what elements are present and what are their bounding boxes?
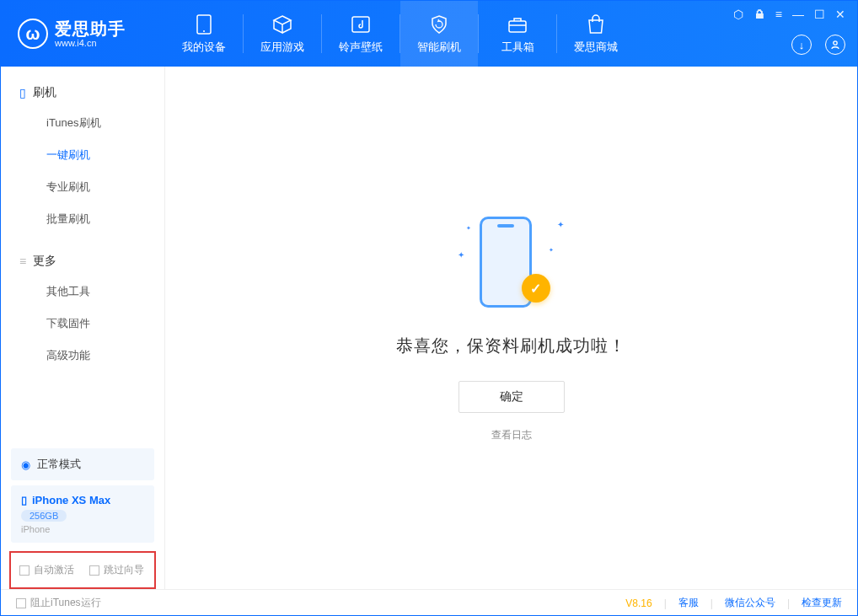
ok-button[interactable]: 确定 bbox=[458, 381, 565, 413]
sidebar-item-batch[interactable]: 批量刷机 bbox=[1, 203, 164, 235]
section-label: 更多 bbox=[33, 254, 56, 269]
nav-my-device[interactable]: 我的设备 bbox=[165, 1, 243, 67]
logo-block[interactable]: ω 爱思助手 www.i4.cn bbox=[1, 19, 165, 49]
sidebar-item-oneclick[interactable]: 一键刷机 bbox=[1, 139, 164, 171]
list-icon: ≡ bbox=[19, 254, 26, 268]
main-content: ✦ ✦ ✦ ✦ ✓ 恭喜您，保资料刷机成功啦！ 确定 查看日志 bbox=[165, 67, 857, 589]
menu-icon[interactable]: ≡ bbox=[775, 8, 782, 21]
check-update-link[interactable]: 检查更新 bbox=[802, 596, 842, 610]
sidebar-item-pro[interactable]: 专业刷机 bbox=[1, 171, 164, 203]
device-type: iPhone bbox=[21, 524, 144, 534]
success-illustration: ✦ ✦ ✦ ✦ ✓ bbox=[461, 213, 562, 314]
sparkle-icon: ✦ bbox=[557, 220, 564, 229]
app-title: 爱思助手 bbox=[55, 19, 126, 38]
device-icon bbox=[193, 13, 215, 35]
sparkle-icon: ✦ bbox=[549, 247, 554, 254]
status-dot-icon: ◉ bbox=[21, 458, 30, 471]
phone-icon: ▯ bbox=[19, 86, 26, 99]
check-badge-icon: ✓ bbox=[522, 274, 550, 303]
nav-ringtone[interactable]: 铃声壁纸 bbox=[322, 1, 400, 67]
sidebar-section-more[interactable]: ≡ 更多 bbox=[1, 247, 164, 276]
nav-toolbox[interactable]: 工具箱 bbox=[479, 1, 556, 67]
sidebar-item-itunes[interactable]: iTunes刷机 bbox=[1, 107, 164, 139]
checkbox-skip-guide[interactable]: 跳过向导 bbox=[89, 563, 144, 577]
checkbox-block-itunes[interactable]: 阻止iTunes运行 bbox=[16, 596, 101, 610]
sidebar: ▯ 刷机 iTunes刷机 一键刷机 专业刷机 批量刷机 ≡ 更多 其他工具 下… bbox=[1, 67, 165, 589]
svg-rect-3 bbox=[509, 21, 526, 32]
success-message: 恭喜您，保资料刷机成功啦！ bbox=[396, 335, 626, 357]
sidebar-item-other[interactable]: 其他工具 bbox=[1, 276, 164, 308]
checkbox-icon bbox=[16, 598, 26, 608]
svg-point-5 bbox=[834, 41, 837, 45]
view-log-link[interactable]: 查看日志 bbox=[491, 428, 532, 442]
close-button[interactable]: ✕ bbox=[835, 8, 845, 21]
device-mode: 正常模式 bbox=[37, 457, 81, 472]
download-button[interactable]: ↓ bbox=[791, 35, 812, 55]
toolbox-icon bbox=[507, 13, 528, 35]
checkbox-auto-activate[interactable]: 自动激活 bbox=[19, 563, 74, 577]
sparkle-icon: ✦ bbox=[466, 225, 471, 232]
nav-store[interactable]: 爱思商城 bbox=[557, 1, 635, 67]
bag-icon bbox=[585, 13, 607, 35]
nav-label: 应用游戏 bbox=[260, 40, 304, 55]
checkbox-label: 跳过向导 bbox=[104, 563, 144, 577]
sidebar-item-advanced[interactable]: 高级功能 bbox=[1, 340, 164, 372]
footer: 阻止iTunes运行 V8.16 | 客服 | 微信公众号 | 检查更新 bbox=[1, 589, 857, 616]
checkbox-label: 阻止iTunes运行 bbox=[30, 596, 101, 610]
nav-apps[interactable]: 应用游戏 bbox=[244, 1, 321, 67]
section-label: 刷机 bbox=[33, 85, 56, 100]
music-folder-icon bbox=[350, 13, 372, 35]
customer-service-link[interactable]: 客服 bbox=[678, 596, 699, 610]
minimize-button[interactable]: — bbox=[792, 8, 804, 21]
device-info-card[interactable]: ▯ iPhone XS Max 256GB iPhone bbox=[11, 485, 154, 543]
account-button[interactable] bbox=[825, 35, 845, 55]
shield-refresh-icon bbox=[428, 13, 450, 35]
device-capacity: 256GB bbox=[21, 510, 67, 522]
top-nav: 我的设备 应用游戏 铃声壁纸 智能刷机 工具箱 爱思商城 bbox=[165, 1, 635, 67]
version-label: V8.16 bbox=[625, 597, 652, 609]
nav-label: 爱思商城 bbox=[574, 40, 618, 55]
nav-label: 我的设备 bbox=[182, 40, 226, 55]
header: ω 爱思助手 www.i4.cn 我的设备 应用游戏 铃声壁纸 智能刷机 工具箱 bbox=[1, 1, 857, 67]
checkbox-icon bbox=[19, 565, 29, 576]
nav-label: 铃声壁纸 bbox=[339, 40, 383, 55]
app-subtitle: www.i4.cn bbox=[55, 38, 126, 48]
wechat-link[interactable]: 微信公众号 bbox=[725, 596, 775, 610]
nav-flash[interactable]: 智能刷机 bbox=[400, 1, 478, 67]
lock-icon[interactable]: 🔒︎ bbox=[753, 8, 765, 21]
shirt-icon[interactable]: ⬡ bbox=[733, 8, 743, 21]
device-mode-card[interactable]: ◉ 正常模式 bbox=[11, 448, 154, 480]
sidebar-item-firmware[interactable]: 下载固件 bbox=[1, 308, 164, 340]
sparkle-icon: ✦ bbox=[458, 250, 464, 260]
device-name: iPhone XS Max bbox=[32, 494, 110, 506]
checkbox-icon bbox=[89, 565, 99, 576]
options-highlight-box: 自动激活 跳过向导 bbox=[9, 551, 156, 589]
window-controls: ⬡ 🔒︎ ≡ — ☐ ✕ bbox=[733, 8, 845, 21]
checkbox-label: 自动激活 bbox=[34, 563, 74, 577]
svg-point-1 bbox=[203, 30, 205, 32]
cube-icon bbox=[271, 13, 293, 35]
nav-label: 工具箱 bbox=[501, 40, 534, 55]
phone-outline-icon: ▯ bbox=[21, 494, 27, 506]
nav-label: 智能刷机 bbox=[417, 40, 461, 55]
maximize-button[interactable]: ☐ bbox=[814, 8, 825, 21]
sidebar-section-flash[interactable]: ▯ 刷机 bbox=[1, 78, 164, 107]
logo-icon: ω bbox=[18, 19, 48, 49]
